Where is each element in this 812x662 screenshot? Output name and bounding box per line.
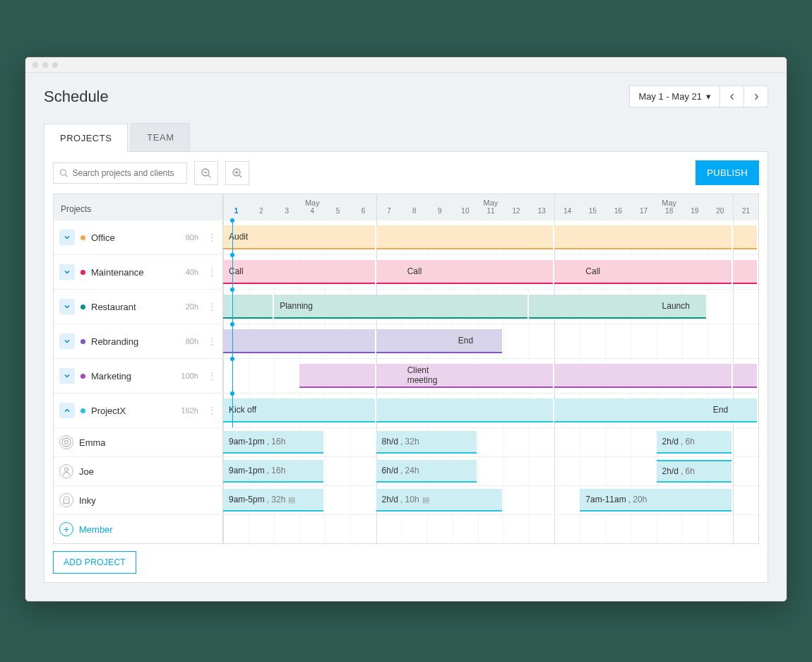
schedule-bar[interactable]: 7am-11am, 20h	[580, 489, 732, 512]
schedule-bar[interactable]	[223, 295, 273, 319]
schedule-bar[interactable]	[554, 364, 732, 388]
traffic-light-icon	[42, 62, 48, 68]
schedule-bar[interactable]: Audit	[223, 225, 349, 249]
schedule-bar[interactable]: End	[707, 398, 757, 422]
note-icon: ▤	[422, 495, 429, 504]
grid-cell	[733, 515, 758, 543]
schedule-bar[interactable]	[733, 364, 757, 388]
tab-projects[interactable]: PROJECTS	[44, 124, 128, 152]
schedule-bar[interactable]: Call	[580, 260, 629, 284]
schedule-bar[interactable]	[554, 225, 732, 249]
zoom-in-button[interactable]	[225, 161, 249, 185]
expand-toggle[interactable]	[59, 299, 75, 314]
month-label	[453, 194, 478, 207]
grid-cell	[554, 486, 580, 514]
grid-cell	[223, 359, 249, 393]
schedule-bar[interactable]: 9am-1pm, 16h	[223, 460, 323, 483]
schedule-bar[interactable]	[223, 329, 375, 353]
more-icon[interactable]: ⋮	[207, 408, 217, 413]
search-input[interactable]	[73, 168, 181, 178]
schedule-bar[interactable]: Kick off	[223, 398, 298, 422]
grid-cell	[453, 515, 478, 543]
grid-cell	[402, 515, 427, 543]
grid-cell	[605, 324, 631, 358]
grid-cell	[631, 457, 657, 485]
schedule-bar[interactable]	[376, 398, 554, 422]
grid-cell	[529, 486, 554, 514]
add-member-row[interactable]: +Member	[54, 514, 758, 543]
grid-cell	[350, 428, 376, 456]
grid-cell	[529, 428, 554, 456]
schedule-bar[interactable]	[554, 398, 732, 422]
schedule-bar[interactable]	[299, 364, 374, 388]
schedule-bar[interactable]: 2h/d, 10h▤	[376, 489, 502, 512]
more-icon[interactable]: ⋮	[207, 338, 217, 344]
month-label	[223, 194, 249, 207]
schedule-bar[interactable]: Call	[402, 260, 451, 284]
day-header: 6	[350, 207, 376, 220]
day-header: 10	[453, 207, 478, 220]
grid-cell	[350, 457, 376, 485]
schedule-bar[interactable]	[733, 225, 757, 249]
day-header: 13	[529, 207, 554, 220]
zoom-out-button[interactable]	[194, 161, 218, 185]
schedule-bar[interactable]: 9am-1pm, 16h	[223, 431, 323, 454]
month-label	[605, 194, 631, 207]
month-label	[249, 194, 274, 207]
tab-team[interactable]: TEAM	[131, 123, 190, 151]
schedule-bar[interactable]	[376, 225, 554, 249]
schedule-grid: ProjectsMayMayMay12345678910111213141516…	[53, 194, 759, 544]
grid-cell	[733, 486, 758, 514]
schedule-bar[interactable]: 8h/d, 32h	[376, 431, 477, 454]
schedule-bar[interactable]: 9am-5pm, 32h▤	[223, 489, 323, 512]
date-range-label: May 1 - May 21	[638, 91, 702, 102]
month-label	[376, 194, 402, 207]
grid-cell	[529, 457, 554, 485]
schedule-bar[interactable]: Launch	[657, 295, 706, 319]
day-header: 19	[682, 207, 707, 220]
prev-button[interactable]	[720, 85, 744, 107]
project-color-dot	[80, 374, 85, 379]
more-icon[interactable]: ⋮	[207, 269, 217, 275]
schedule-bar[interactable]: Planning	[274, 295, 349, 319]
more-icon[interactable]: ⋮	[207, 373, 217, 379]
expand-toggle[interactable]	[59, 264, 75, 280]
schedule-bar[interactable]: 2h/d, 6h	[657, 431, 732, 454]
schedule-bar[interactable]	[733, 260, 757, 284]
grid-cell	[503, 486, 529, 514]
day-header: 17	[631, 207, 657, 220]
publish-button[interactable]: PUBLISH	[695, 160, 759, 185]
schedule-bar[interactable]: Client meeting	[402, 364, 451, 388]
schedule-bar[interactable]: 6h/d, 24h	[376, 460, 477, 483]
expand-toggle[interactable]	[59, 333, 75, 349]
more-icon[interactable]: ⋮	[207, 235, 217, 240]
project-hours: 100h	[181, 372, 198, 380]
expand-toggle[interactable]	[59, 403, 75, 418]
grid-cell	[299, 515, 325, 543]
grid-cell	[478, 428, 503, 456]
window-titlebar	[25, 57, 787, 73]
more-icon[interactable]: ⋮	[207, 304, 217, 309]
schedule-bar[interactable]: End	[453, 329, 502, 353]
grid-cell	[554, 457, 580, 485]
month-label	[554, 194, 580, 207]
member-name: Inky	[79, 495, 96, 506]
expand-toggle[interactable]	[59, 230, 75, 245]
grid-cell	[325, 515, 350, 543]
month-label	[682, 194, 707, 207]
project-name: Office	[91, 232, 115, 243]
schedule-row: Marketing 100h ⋮Client meeting	[54, 358, 758, 393]
month-label	[529, 194, 554, 207]
schedule-bar[interactable]: Call	[223, 260, 273, 284]
project-name: Maintenance	[91, 267, 143, 278]
add-project-button[interactable]: ADD PROJECT	[53, 551, 136, 574]
day-header: 18	[657, 207, 682, 220]
search-icon	[59, 168, 68, 178]
expand-toggle[interactable]	[59, 368, 75, 384]
next-button[interactable]	[744, 85, 768, 107]
schedule-bar[interactable]: 2h/d, 6h	[657, 460, 732, 483]
day-header: 9	[427, 207, 453, 220]
grid-cell	[733, 457, 758, 485]
date-range-picker[interactable]: May 1 - May 21 ▾	[629, 85, 720, 107]
chevron-right-icon	[753, 93, 760, 100]
